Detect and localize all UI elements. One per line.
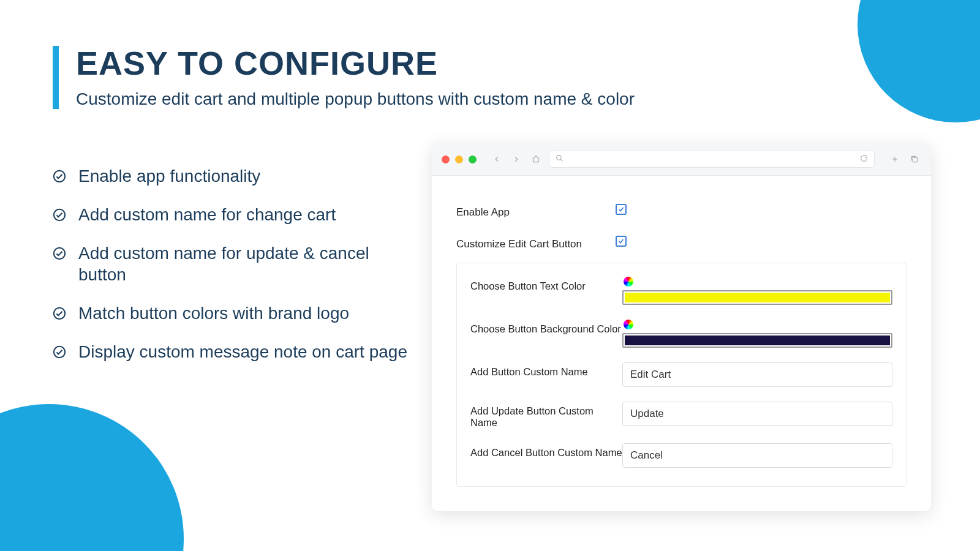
check-circle-icon (53, 170, 66, 183)
page-header: EASY TO CONFIGURE Customize edit cart an… (53, 46, 635, 109)
button-name-input[interactable] (622, 362, 892, 387)
text-color-row: Choose Button Text Color (457, 269, 906, 312)
feature-item: Add custom name for update & cancel butt… (53, 242, 420, 285)
bg-color-label: Choose Button Background Color (470, 320, 622, 335)
search-icon (556, 154, 564, 165)
browser-titlebar (432, 143, 931, 176)
customize-row: Customize Edit Cart Button (443, 227, 920, 259)
home-button[interactable] (529, 152, 543, 166)
feature-text: Add custom name for change cart (78, 204, 336, 225)
check-circle-icon (53, 247, 66, 260)
feature-item: Add custom name for change cart (53, 204, 420, 225)
close-window-icon[interactable] (442, 156, 450, 163)
text-color-label: Choose Button Text Color (470, 277, 622, 292)
feature-item: Display custom message note on cart page (53, 341, 420, 362)
feature-text: Add custom name for update & cancel butt… (78, 242, 420, 285)
bg-color-swatch (625, 335, 890, 345)
decorative-blob-top-right (858, 0, 980, 122)
color-wheel-icon[interactable] (624, 320, 633, 329)
cancel-name-input[interactable] (622, 443, 892, 468)
forward-button[interactable] (510, 152, 523, 166)
decorative-blob-bottom-left (0, 404, 184, 551)
traffic-lights (442, 156, 477, 163)
bg-color-picker[interactable] (622, 333, 892, 348)
feature-item: Match button colors with brand logo (53, 302, 420, 324)
address-bar[interactable] (549, 151, 875, 168)
button-name-label: Add Button Custom Name (470, 362, 622, 378)
check-circle-icon (53, 208, 66, 222)
customize-group: Choose Button Text Color Choose Button B… (456, 263, 907, 487)
enable-app-checkbox[interactable] (616, 204, 627, 215)
check-circle-icon (53, 307, 66, 320)
customize-label: Customize Edit Cart Button (456, 236, 616, 250)
svg-rect-6 (913, 157, 918, 162)
feature-item: Enable app functionality (53, 165, 420, 187)
enable-app-label: Enable App (456, 204, 616, 219)
reload-icon[interactable] (860, 154, 868, 165)
back-button[interactable] (490, 152, 503, 166)
button-name-row: Add Button Custom Name (457, 355, 906, 394)
text-color-picker[interactable] (622, 290, 892, 305)
text-color-swatch (625, 293, 890, 302)
color-wheel-icon[interactable] (624, 277, 633, 287)
minimize-window-icon[interactable] (455, 156, 463, 163)
cancel-name-label: Add Cancel Button Custom Name (470, 443, 622, 459)
browser-viewport: Enable App Customize Edit Cart Button (432, 176, 931, 511)
update-name-input[interactable] (622, 402, 892, 426)
update-name-label: Add Update Button Custom Name (470, 402, 622, 429)
feature-text: Enable app functionality (78, 165, 260, 187)
tabs-overview-button[interactable] (908, 152, 921, 166)
feature-list: Enable app functionality Add custom name… (53, 165, 420, 380)
page-title: EASY TO CONFIGURE (76, 46, 635, 81)
feature-text: Display custom message note on cart page (78, 341, 407, 362)
new-tab-button[interactable] (888, 152, 902, 166)
enable-app-row: Enable App (443, 188, 920, 227)
cancel-name-row: Add Cancel Button Custom Name (457, 436, 906, 475)
check-circle-icon (53, 345, 66, 359)
customize-checkbox[interactable] (616, 236, 627, 247)
maximize-window-icon[interactable] (469, 156, 477, 163)
settings-panel: Enable App Customize Edit Cart Button (443, 188, 920, 487)
browser-window: Enable App Customize Edit Cart Button (432, 143, 931, 511)
page-subtitle: Customize edit cart and multiple popup b… (76, 89, 635, 109)
update-name-row: Add Update Button Custom Name (457, 394, 906, 436)
bg-color-row: Choose Button Background Color (457, 312, 906, 355)
feature-text: Match button colors with brand logo (78, 302, 349, 324)
svg-point-5 (557, 156, 562, 160)
